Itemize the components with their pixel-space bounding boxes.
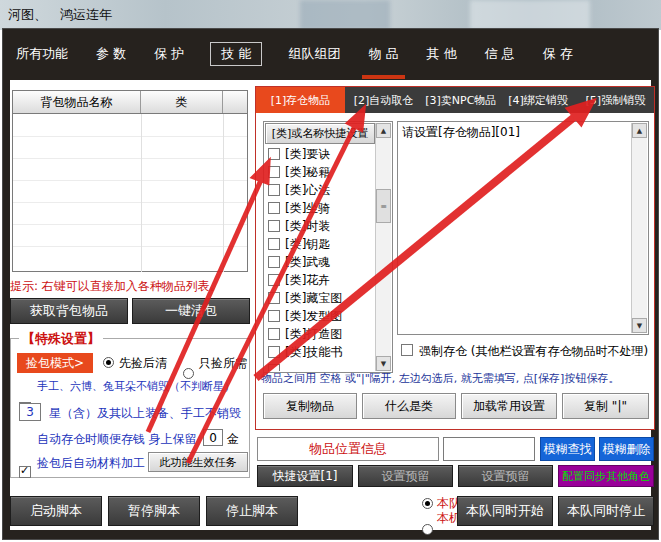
item-checkbox[interactable] (268, 256, 280, 268)
item-checkbox[interactable] (268, 184, 280, 196)
tab-force-destroy[interactable]: [5]强制销毁 (577, 87, 654, 113)
fuzzy-search-input[interactable] (443, 437, 535, 461)
separator-hint: 物品之间用 空格 或"|"隔开, 左边勾选后, 就无需填写, 点[保存]按钮保存… (261, 371, 653, 386)
tab-auto-take[interactable]: [2]自动取仓 (345, 87, 422, 113)
load-common-settings-button[interactable]: 加载常用设置 (461, 393, 557, 419)
list-scrollbar[interactable]: ▲ ≡ ▼ (375, 123, 391, 371)
item-checkbox[interactable] (268, 328, 280, 340)
clear-bag-button[interactable]: 一键清包 (132, 298, 250, 324)
keep-money-input[interactable]: 0 (203, 429, 223, 446)
list-item-label[interactable]: [类]秘籍 (285, 164, 330, 181)
scroll-down-icon[interactable]: ▼ (632, 318, 647, 333)
auto-process-label: 捡包后自动材料加工 (37, 455, 145, 472)
list-item-label[interactable]: [类]钥匙 (285, 236, 330, 253)
sync-config-button[interactable]: 配置同步其他角色 (558, 465, 654, 487)
scroll-up-icon[interactable]: ▲ (632, 123, 647, 138)
list-item-label[interactable]: [类]藏宝图 (285, 290, 342, 307)
item-checkbox[interactable] (268, 166, 280, 178)
list-item: [类]技能书 (265, 343, 376, 361)
menu-all-functions[interactable]: 所有功能 (14, 41, 70, 67)
list-item: [类]要诀 (265, 145, 376, 163)
list-item-clipped (265, 361, 376, 371)
col-header-class[interactable]: 类 (141, 91, 223, 113)
item-checkbox[interactable] (268, 364, 280, 371)
checkbox-force-store[interactable] (401, 344, 413, 356)
fuzzy-find-button[interactable]: 模糊查找 (540, 437, 595, 461)
item-checkbox[interactable] (268, 292, 280, 304)
special-settings-group: 【特殊设置】 捡包模式> 先捡后清 只捡所需 手工、六博、兔耳朵不销毁（不判断星… (10, 338, 250, 478)
list-item-label[interactable]: [类]心法 (285, 182, 330, 199)
table-body-empty[interactable] (13, 114, 247, 272)
task-effect-button[interactable]: 此功能生效任务 (148, 452, 248, 472)
menu-parameters[interactable]: 参 数 (94, 41, 128, 67)
auto-save-money-label: 自动存仓时顺便存钱 身上保留 (37, 431, 197, 448)
list-item-label[interactable]: [类]时装 (285, 218, 330, 235)
list-item-label[interactable]: [类]花卉 (285, 272, 330, 289)
blurred-window (470, 0, 590, 30)
special-settings-title: 【特殊设置】 (19, 330, 103, 348)
radio-pick-first[interactable] (103, 357, 114, 368)
item-checkbox[interactable] (268, 310, 280, 322)
class-list: [类]或名称快捷设置 [类]要诀 [类]秘籍 [类]心法 [类]坐骑 [类]时装… (263, 121, 393, 373)
start-script-button[interactable]: 启动脚本 (10, 496, 102, 526)
reserved-button-2[interactable]: 设置预留 (458, 465, 553, 487)
item-checkbox[interactable] (268, 202, 280, 214)
scroll-down-icon[interactable]: ▼ (376, 356, 391, 371)
star-threshold-input[interactable]: 3 (19, 403, 41, 421)
col-header-stub (223, 91, 247, 113)
list-item-label[interactable]: [类]要诀 (285, 146, 330, 163)
team-stop-button[interactable]: 本队同时停止 (558, 496, 654, 526)
list-item-label[interactable]: [类]发型图 (285, 308, 342, 325)
list-item: [类]花卉 (265, 271, 376, 289)
desktop-background: 河图、 鸿运连年 (0, 0, 661, 30)
col-header-item-name[interactable]: 背包物品名称 (13, 91, 141, 113)
textarea-scrollbar[interactable]: ▲ ▼ (631, 123, 647, 333)
menu-team[interactable]: 组队组团 (286, 41, 342, 67)
store-items-textarea[interactable]: 请设置[存仓物品][01] ▲ ▼ (397, 121, 649, 335)
team-start-button[interactable]: 本队同时开始 (457, 496, 553, 526)
radio-pick-needed-label[interactable]: 只捡所需 (199, 355, 247, 372)
copy-pipe-button[interactable]: 复制 "|" (562, 393, 649, 419)
content-area: 背包物品名称 类 提示: 右键可以直接加入各种物品列表。 获取背包物品 一键清包… (10, 80, 651, 530)
list-item: [类]打造图 (265, 325, 376, 343)
menu-save[interactable]: 保 存 (541, 41, 575, 67)
list-item-label[interactable]: [类]打造图 (285, 326, 342, 343)
list-item-label[interactable]: [类]武魂 (285, 254, 330, 271)
class-list-header-button[interactable]: [类]或名称快捷设置 (265, 123, 375, 144)
fuzzy-delete-button[interactable]: 模糊删除 (599, 437, 654, 461)
menu-items-active[interactable]: 物 品 (366, 41, 400, 67)
menu-other[interactable]: 其 他 (425, 41, 459, 67)
pause-script-button[interactable]: 暂停脚本 (108, 496, 200, 526)
item-checkbox[interactable] (268, 220, 280, 232)
menu-protect[interactable]: 保 护 (152, 41, 186, 67)
tab-store-items[interactable]: [1]存仓物品 (256, 87, 345, 113)
scroll-up-icon[interactable]: ▲ (376, 123, 391, 138)
menu-info[interactable]: 信 息 (483, 41, 517, 67)
quick-settings-button[interactable]: 快捷设置[1] (257, 465, 353, 487)
item-checkbox[interactable] (268, 346, 280, 358)
radio-pick-first-label[interactable]: 先捡后清 (119, 355, 167, 372)
list-item: [类]秘籍 (265, 163, 376, 181)
checkbox-auto-save-money[interactable] (19, 466, 31, 478)
list-item-label[interactable]: [类]技能书 (285, 344, 342, 361)
radio-pick-needed[interactable] (183, 368, 194, 379)
reserved-button-1[interactable]: 设置预留 (358, 465, 453, 487)
money-unit-label: 金 (227, 431, 239, 448)
menu-skills[interactable]: 技 能 (210, 42, 262, 66)
stop-script-button[interactable]: 停止脚本 (206, 496, 298, 526)
list-item-label[interactable]: [类]坐骑 (285, 200, 330, 217)
storage-tabbar: [1]存仓物品 [2]自动取仓 [3]卖NPC物品 [4]绑定销毁 [5]强制销… (256, 87, 654, 113)
menu-bar: 所有功能 参 数 保 护 技 能 组队组团 物 品 其 他 信 息 保 存 (2, 28, 659, 80)
tab-sell-npc[interactable]: [3]卖NPC物品 (422, 87, 499, 113)
copy-items-button[interactable]: 复制物品 (263, 393, 357, 419)
bag-items-table: 背包物品名称 类 (12, 90, 248, 272)
tab-bind-destroy[interactable]: [4]绑定销毁 (499, 87, 576, 113)
item-checkbox[interactable] (268, 238, 280, 250)
item-checkbox[interactable] (268, 148, 280, 160)
radio-team[interactable] (422, 498, 433, 509)
get-bag-items-button[interactable]: 获取背包物品 (10, 298, 128, 324)
item-checkbox[interactable] (268, 274, 280, 286)
radio-local-machine[interactable] (422, 524, 433, 535)
what-is-class-button[interactable]: 什么是类 (362, 393, 456, 419)
scroll-thumb[interactable]: ≡ (376, 189, 391, 223)
